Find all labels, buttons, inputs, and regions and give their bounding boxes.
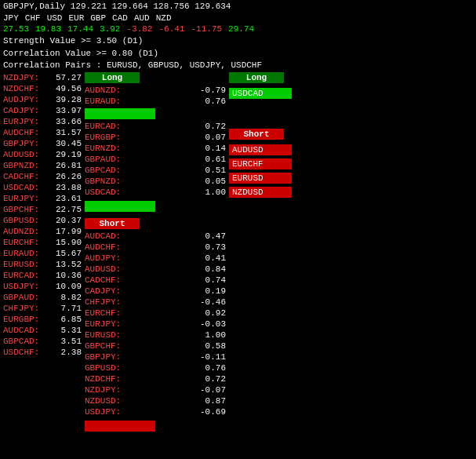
- list-item: GBPUSD:20.37: [3, 215, 82, 226]
- gbp-val: -3.82: [126, 24, 152, 34]
- right-long-items: USDCAD: [229, 86, 370, 100]
- right-column: Long USDCAD Short AUDUSD EURCHF EURUSD N…: [229, 72, 370, 433]
- list-item: EURUSD:1.00: [85, 330, 226, 341]
- short-header-right: Short: [229, 129, 370, 141]
- cad-val: -6.41: [158, 24, 184, 34]
- list-item: GBPNZD:26.81: [3, 160, 82, 171]
- list-item: AUDCHF:0.73: [85, 242, 226, 253]
- list-item: NZDJPY:57.27: [3, 72, 82, 83]
- title-line: GBPJPY,Daily 129.221 129.664 128.756 129…: [0, 0, 476, 13]
- list-item: GBPCAD:3.51: [3, 336, 82, 347]
- right-short-items: AUDUSD EURCHF EURUSD NZDUSD: [229, 143, 370, 199]
- eur-val: 3.92: [100, 24, 120, 34]
- eurchf-red-bar: EURCHF: [229, 158, 292, 169]
- nzd-label: NZD: [156, 13, 172, 23]
- aud-label: AUD: [134, 13, 150, 23]
- list-item: EURUSD:13.52: [3, 259, 82, 270]
- currency-row: JPY CHF USD EUR GBP CAD AUD NZD: [0, 13, 476, 24]
- list-item: NZDUSD:0.87: [85, 395, 226, 406]
- list-item: NZDCHF:0.72: [85, 373, 226, 384]
- usd-label: USD: [47, 13, 63, 23]
- left-column: NZDJPY:57.27 NZDCHF:49.56 AUDJPY:39.28 C…: [3, 72, 82, 433]
- list-item: GBPJPY:30.45: [3, 138, 82, 149]
- currency-vals-row: 27.53 19.83 17.44 3.92 -3.82 -6.41 -11.7…: [0, 24, 476, 35]
- list-item: EURCHF:0.92: [85, 308, 226, 319]
- short-header-middle: Short: [85, 218, 226, 231]
- short-badge-right: Short: [229, 129, 284, 140]
- long-badge-middle: Long: [85, 72, 140, 83]
- green-bar-bottom: [85, 201, 155, 212]
- list-item: USDCAD:23.88: [3, 182, 82, 193]
- audusd-red-bar: AUDUSD: [229, 144, 292, 155]
- list-item: USDCAD:1.00: [85, 187, 226, 198]
- eur-label: EUR: [68, 13, 84, 23]
- aud-val: -11.75: [191, 24, 222, 34]
- list-item: GBPCHF:22.75: [3, 204, 82, 215]
- list-item: GBPAUD:0.61: [85, 154, 226, 165]
- list-item: EURGBP:0.07: [85, 132, 226, 143]
- cad-label: CAD: [112, 13, 128, 23]
- list-item: EURJPY:23.61: [3, 193, 82, 204]
- jpy-label: JPY: [3, 13, 19, 23]
- list-item: USDCHF:2.38: [3, 347, 82, 358]
- list-item: GBPCAD:0.51: [85, 165, 226, 176]
- middle-column: Long AUDNZD:-0.79 EURAUD:0.76 EURCAD:0.7…: [85, 72, 226, 433]
- list-item: GBPAUD:8.82: [3, 292, 82, 303]
- list-item: USDJPY:-0.69: [85, 406, 226, 417]
- list-item: EURGBP:6.85: [3, 314, 82, 325]
- list-item: AUDNZD:17.99: [3, 226, 82, 237]
- list-item: AUDCAD:0.47: [85, 231, 226, 242]
- nzd-val: 29.74: [228, 24, 254, 34]
- list-item: EURAUD:15.67: [3, 248, 82, 259]
- list-item: AUDNZD:-0.79: [85, 85, 226, 96]
- list-item: AUDJPY:0.41: [85, 253, 226, 264]
- list-item: USDJPY:10.09: [3, 281, 82, 292]
- list-item: CADJPY:0.19: [85, 286, 226, 297]
- strength-line: Strength Value >= 3.50 (D1): [0, 35, 476, 47]
- list-item: EURJPY:-0.03: [85, 319, 226, 330]
- list-item: CADJPY:33.97: [3, 105, 82, 116]
- list-item: CADCHF:26.26: [3, 171, 82, 182]
- list-item: EURJPY:33.66: [3, 116, 82, 127]
- long-header-right: Long: [229, 72, 370, 85]
- list-item: AUDUSD:29.19: [3, 149, 82, 160]
- list-item: GBPUSD:0.76: [85, 362, 226, 373]
- pairs-line: Correlation Pairs : EURUSD, GBPUSD, USDJ…: [0, 60, 476, 71]
- list-item: EURCAD:10.36: [3, 270, 82, 281]
- list-item: CHFJPY:7.71: [3, 303, 82, 314]
- chf-val: 19.83: [35, 24, 61, 34]
- correlation-line: Correlation Value >= 0.80 (D1): [0, 47, 476, 60]
- short-pairs-list: AUDCAD:0.47 AUDCHF:0.73 AUDJPY:0.41 AUDU…: [85, 231, 226, 417]
- long-header-middle: Long: [85, 72, 226, 85]
- chf-label: CHF: [25, 13, 41, 23]
- chart-title: GBPJPY,Daily 129.221 129.664 128.756 129…: [3, 2, 231, 11]
- list-item: GBPNZD:0.05: [85, 176, 226, 187]
- long-pairs-list: AUDNZD:-0.79 EURAUD:0.76 EURCAD:0.72 EUR…: [85, 85, 226, 198]
- green-bar: [85, 108, 155, 119]
- list-item: AUDCHF:31.57: [3, 127, 82, 138]
- long-badge-right: Long: [229, 72, 284, 83]
- list-item: GBPCHF:0.58: [85, 341, 226, 352]
- list-item: CADCHF:0.74: [85, 275, 226, 286]
- usdcad-green-bar: USDCAD: [229, 88, 292, 99]
- header-bar: GBPJPY,Daily 129.221 129.664 128.756 129…: [0, 0, 476, 71]
- list-item: EURAUD:0.76: [85, 96, 226, 107]
- list-item: EURNZD:0.14: [85, 143, 226, 154]
- list-item: GBPJPY:-0.11: [85, 352, 226, 362]
- eurusd-red-bar: EURUSD: [229, 173, 292, 184]
- usd-val: 17.44: [67, 24, 93, 34]
- gbp-label: GBP: [90, 13, 106, 23]
- list-item: NZDCHF:49.56: [3, 83, 82, 94]
- jpy-val: 27.53: [3, 24, 29, 34]
- main-content: NZDJPY:57.27 NZDCHF:49.56 AUDJPY:39.28 C…: [0, 71, 476, 435]
- nzdusd-red-bar: NZDUSD: [229, 187, 292, 198]
- list-item: NZDJPY:-0.07: [85, 384, 226, 395]
- list-item: EURCAD:0.72: [85, 121, 226, 132]
- list-item: EURCHF:15.90: [3, 237, 82, 248]
- list-item: AUDJPY:39.28: [3, 94, 82, 105]
- list-item: CHFJPY:-0.46: [85, 297, 226, 308]
- red-bar-bottom: [85, 421, 155, 432]
- list-item: AUDCAD:5.31: [3, 325, 82, 336]
- list-item: AUDUSD:0.84: [85, 264, 226, 275]
- short-badge-middle: Short: [85, 218, 140, 229]
